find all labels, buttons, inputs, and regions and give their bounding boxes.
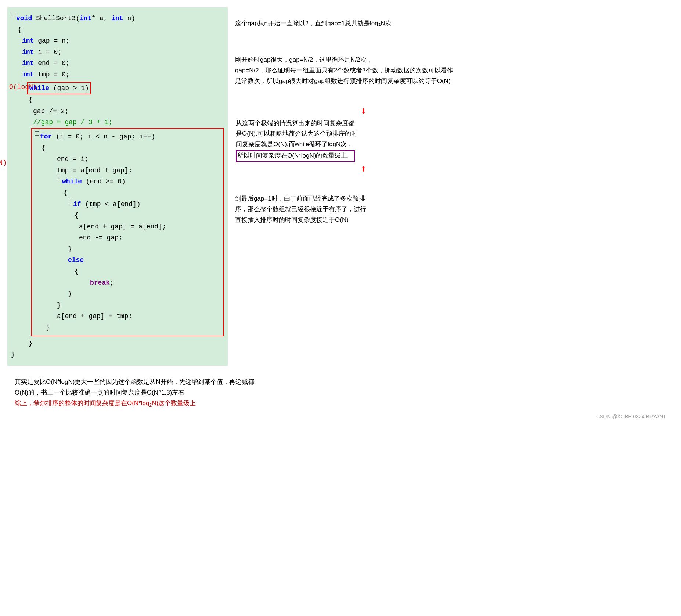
code-line-signature: - void ShellSort3(int* a, int n) [11,13,224,24]
annotation-middle: 刚开始时gap很大，gap=N/2，这里循环是N/2次， gap=N/2，那么证… [235,55,455,87]
comment-text: //gap = gap / 3 + 1; [33,117,112,128]
center-text-3: 间复杂度就是O(N),而while循环了logN次， [236,141,353,148]
bottom-text-3: 直接插入排序时的时间复杂度接近于O(N) [235,216,349,223]
code-line-for: - for (i = 0; i < n - gap; i++) [35,131,220,143]
red-box-outer: O(N) - for (i = 0; i < n - gap; i++) { e… [11,128,224,336]
brace6: { [68,266,79,277]
while-box: while (gap > 1) [27,82,91,95]
brace4-close: } [57,300,61,311]
top-section: - void ShellSort3(int* a, int n) { int g… [7,7,674,366]
if-text: if (tmp < a[end]) [73,199,141,210]
top-annotation-block: 这个gap从n开始一直除以2，直到gap=1总共就是log₂N次 [235,18,492,29]
while2-text: while (end >= 0) [62,176,126,187]
bottom-text-section: 其实是要比O(N*logN)更大一些的因为这个函数是从N开始，先递增到某个值，再… [7,377,674,421]
brace3: { [35,143,46,154]
code-line-end-i: end = i; [35,154,220,165]
aend-gap-text: a[end + gap] = a[end]; [79,221,166,233]
code-line-int-tmp: int tmp = 0; [11,69,224,80]
brace-close: } [11,349,15,360]
code-line-brace2: { [11,94,224,106]
csdn-watermark: CSDN @KOBE 0824 BRYANT [15,413,666,421]
main-container: - void ShellSort3(int* a, int n) { int g… [7,7,674,421]
code-line-tmp: tmp = a[end + gap]; [35,165,220,176]
tmp-text: tmp = a[end + gap]; [57,165,132,176]
int-i-text: int i = 0; [22,47,62,58]
code-line-int-end: int end = 0; [11,58,224,69]
right-annotations: 这个gap从n开始一直除以2，直到gap=1总共就是log₂N次 刚开始时gap… [235,7,492,226]
gap-div-text: gap /= 2; [33,106,69,117]
center-annotation: 从这两个极端的情况算出来的时间复杂度都 是O(N),可以粗略地简介认为这个预排序… [235,118,448,163]
else-text: else [68,255,84,266]
code-line-brace4: { [35,187,220,199]
int-gap-text: int gap = n; [22,35,70,47]
annotation-middle-title: 刚开始时gap很大，gap=N/2，这里循环是N/2次， [235,56,373,63]
center-text-1: 从这两个极端的情况算出来的时间复杂度都 [236,120,354,127]
red-arrow-down-icon: ⬇ [235,105,492,118]
collapse-icon-2[interactable]: - [22,82,26,86]
code-line-gapdiv: gap /= 2; [11,106,224,117]
footer-line3: 综上，希尔排序的整体的时间复杂度是在O(N*log2N)这个数量级上 [15,398,666,409]
brace2-close: } [22,338,33,349]
code-line-while: - while (gap > 1) [11,82,224,95]
brace2-open: { [22,94,33,106]
footer-line2: O(N)的，书上一个比较准确一点的时间复杂度是O(N^1.3)左右 [15,388,666,398]
brace4: { [57,187,68,199]
code-line-brace5-close: } [35,244,220,255]
code-line-else: else [35,255,220,266]
while-section: O(logN) - while (gap > 1) { gap /= 2; //… [11,82,224,349]
int-tmp-text: int tmp = 0; [22,69,70,80]
brace-open: { [11,24,22,36]
int-end-text: int end = 0; [22,58,70,69]
code-line-brace6: { [35,266,220,277]
aend-tmp-text: a[end + gap] = tmp; [57,311,132,322]
collapse-icon-4[interactable]: - [57,176,61,180]
end-minus-text: end -= gap; [79,232,123,244]
annotation-top: 这个gap从n开始一直除以2，直到gap=1总共就是log₂N次 [235,18,492,29]
break-text: break; [79,277,114,289]
code-line-brace6-close: } [35,288,220,300]
collapse-icon-5[interactable]: - [68,199,72,203]
code-line-brace3-close: } [35,322,220,334]
code-line-if: - if (tmp < a[end]) [35,199,220,210]
brace6-close: } [68,288,72,300]
code-line-brace4-close: } [35,300,220,311]
code-line-brace1: { [11,24,224,36]
brace5: { [68,210,79,221]
code-line-aend-gap: a[end + gap] = a[end]; [35,221,220,233]
footer-line1: 其实是要比O(N*logN)更大一些的因为这个函数是从N开始，先递增到某个值，再… [15,377,666,388]
middle-annotation-block: 刚开始时gap很大，gap=N/2，这里循环是N/2次， gap=N/2，那么证… [235,55,492,87]
inner-red-box: - for (i = 0; i < n - gap; i++) { end = … [31,128,224,336]
bottom-text-1: 到最后gap=1时，由于前面已经完成了多次预排 [235,195,365,202]
brace3-close: } [46,322,50,334]
code-line-break: break; [35,277,220,289]
keyword-void: void ShellSort3(int* a, int n) [16,13,135,24]
center-text-2: 是O(N),可以粗略地简介认为这个预排序的时 [236,130,357,137]
o-n-label: O(N) [0,158,7,168]
center-annotation-block: ⬇ 从这两个极端的情况算出来的时间复杂度都 是O(N),可以粗略地简介认为这个预… [235,105,492,176]
code-line-int-i: int i = 0; [11,47,224,58]
annotation-middle-body: gap=N/2，那么证明每一组里面只有2个数或者3个数，挪动数据的次数可以看作是… [235,67,453,84]
code-line-brace-close: } [11,349,224,360]
center-text-4-highlighted: 所以时间复杂度在O(N*logN)的数量级上。 [236,150,355,162]
red-arrow-up-icon: ⬆ [235,163,492,175]
code-line-brace2-close: } [11,338,224,349]
code-line-comment: //gap = gap / 3 + 1; [11,117,224,128]
for-text: for (i = 0; i < n - gap; i++) [40,131,155,143]
code-line-brace3: { [35,143,220,154]
code-area: - void ShellSort3(int* a, int n) { int g… [7,7,228,366]
code-line-while2: - while (end >= 0) [35,176,220,187]
code-line-aend-tmp: a[end + gap] = tmp; [35,311,220,322]
code-line-brace5: { [35,210,220,221]
annotation-top-text: 这个gap从n开始一直除以2，直到gap=1总共就是log₂N次 [235,20,392,27]
collapse-icon-3[interactable]: - [35,131,39,136]
code-line-end-minus: end -= gap; [35,232,220,244]
collapse-icon-1[interactable]: - [11,13,15,17]
bottom-text-2: 序，那么整个数组就已经很接近于有序了，进行 [235,206,366,213]
bottom-annotation-block: 到最后gap=1时，由于前面已经完成了多次预排 序，那么整个数组就已经很接近于有… [235,194,492,226]
brace5-close: } [68,244,72,255]
code-line-int-gap: int gap = n; [11,35,224,47]
annotation-bottom: 到最后gap=1时，由于前面已经完成了多次预排 序，那么整个数组就已经很接近于有… [235,194,455,226]
end-i-text: end = i; [57,154,89,165]
